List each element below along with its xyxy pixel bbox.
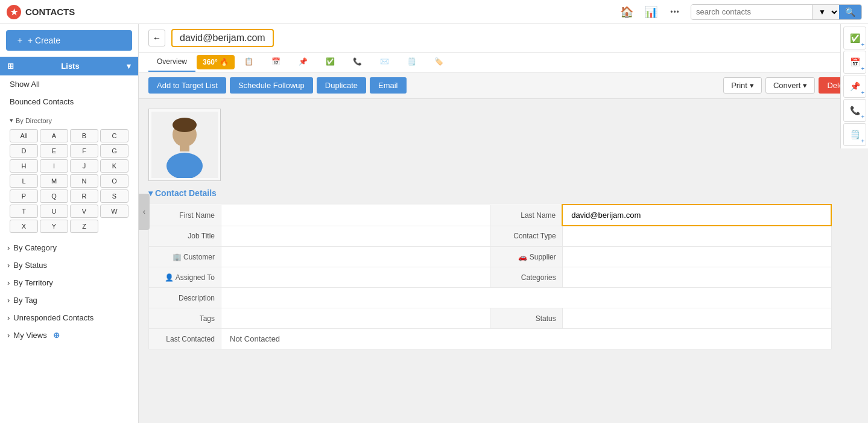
sidebar-item-by-category[interactable]: › By Category: [0, 239, 138, 256]
right-panel-phone-icon[interactable]: 📞 +: [843, 99, 866, 122]
contact-type-value[interactable]: [562, 226, 831, 247]
categories-value[interactable]: [562, 267, 831, 288]
dir-btn-i[interactable]: I: [40, 159, 68, 173]
sidebar-item-by-tag[interactable]: › By Tag: [0, 291, 138, 309]
description-input[interactable]: [227, 291, 825, 304]
job-title-input[interactable]: [227, 230, 484, 243]
schedule-followup-button[interactable]: Schedule Followup: [230, 77, 313, 94]
search-dropdown[interactable]: ▼: [812, 5, 839, 19]
dir-btn-o[interactable]: O: [100, 174, 128, 188]
customer-input[interactable]: [227, 250, 484, 263]
directory-label[interactable]: ▾ By Directory: [5, 114, 133, 127]
dir-btn-n[interactable]: N: [70, 174, 98, 188]
more-btn[interactable]: •••: [664, 1, 686, 23]
dir-btn-a[interactable]: A: [40, 129, 68, 142]
dir-btn-z[interactable]: Z: [70, 220, 98, 233]
plus-badge: +: [861, 114, 864, 120]
search-input[interactable]: [691, 5, 812, 19]
chevron-down-icon: ▾: [803, 81, 807, 90]
duplicate-button[interactable]: Duplicate: [317, 77, 366, 94]
dir-btn-m[interactable]: M: [40, 174, 68, 188]
sidebar-item-by-territory[interactable]: › By Territory: [0, 274, 138, 291]
right-panel-calendar-icon[interactable]: 📅 +: [843, 51, 866, 74]
tab-check[interactable]: ✅: [317, 52, 343, 72]
last-name-value[interactable]: [562, 205, 831, 226]
lists-section-header[interactable]: ⊞ Lists ▾: [0, 57, 138, 75]
dir-btn-q[interactable]: Q: [40, 189, 68, 203]
right-panel-task-icon[interactable]: ✅ +: [843, 27, 866, 49]
chart-btn[interactable]: 📊: [640, 1, 662, 23]
status-input[interactable]: [569, 312, 825, 325]
dir-btn-k[interactable]: K: [100, 159, 128, 173]
table-row: 👤 Assigned To Categories: [149, 267, 832, 288]
dir-btn-t[interactable]: T: [10, 205, 38, 218]
last-name-input[interactable]: [569, 209, 825, 221]
tab-pin[interactable]: 📌: [290, 52, 316, 72]
dir-btn-f[interactable]: F: [70, 144, 98, 157]
dir-btn-u[interactable]: U: [40, 205, 68, 218]
dir-btn-p[interactable]: P: [10, 189, 38, 203]
right-panel-notes-icon[interactable]: 🗒️ +: [843, 123, 866, 146]
dir-btn-x[interactable]: X: [10, 220, 38, 233]
dir-btn-y[interactable]: Y: [40, 220, 68, 233]
tab-document[interactable]: 📋: [236, 52, 262, 72]
right-panel-pin-icon[interactable]: 📌 +: [843, 75, 866, 98]
supplier-input[interactable]: [569, 250, 825, 263]
dir-btn-s[interactable]: S: [100, 189, 128, 203]
first-name-input[interactable]: [227, 209, 484, 221]
sidebar-collapse-toggle[interactable]: ‹: [139, 194, 150, 230]
contact-type-input[interactable]: [569, 230, 825, 243]
sidebar-item-bounced-contacts[interactable]: Bounced Contacts: [0, 93, 138, 110]
sidebar-item-show-all[interactable]: Show All: [0, 75, 138, 93]
dir-btn-c[interactable]: C: [100, 129, 128, 142]
job-title-value[interactable]: [221, 226, 490, 247]
description-value[interactable]: [221, 288, 832, 308]
search-button[interactable]: 🔍: [839, 5, 861, 19]
sidebar-item-my-views[interactable]: › My Views ⊕: [0, 326, 138, 344]
status-value[interactable]: [562, 308, 831, 329]
dir-btn-b[interactable]: B: [70, 129, 98, 142]
categories-input[interactable]: [569, 271, 825, 284]
tags-input[interactable]: [227, 312, 484, 325]
tags-value[interactable]: [221, 308, 490, 329]
dir-btn-all[interactable]: All: [10, 129, 38, 142]
email-icon: ✉️: [380, 57, 389, 66]
email-button[interactable]: Email: [370, 77, 407, 94]
dir-btn-l[interactable]: L: [10, 174, 38, 188]
dir-btn-v[interactable]: V: [70, 205, 98, 218]
add-view-icon[interactable]: ⊕: [53, 331, 60, 340]
assigned-to-input[interactable]: [227, 271, 484, 284]
add-to-target-button[interactable]: Add to Target List: [148, 77, 226, 94]
print-button[interactable]: Print ▾: [723, 77, 762, 94]
home-btn[interactable]: 🏠: [616, 1, 638, 23]
dir-btn-d[interactable]: D: [10, 144, 38, 157]
back-button[interactable]: ←: [148, 30, 165, 46]
sidebar-item-by-status[interactable]: › By Status: [0, 256, 138, 274]
tab-notes[interactable]: 🗒️: [399, 52, 425, 72]
search-container: ▼ 🔍: [691, 4, 862, 20]
notes-icon: 🗒️: [407, 57, 416, 66]
dir-btn-e[interactable]: E: [40, 144, 68, 157]
chevron-right-icon: ›: [7, 261, 10, 270]
convert-button[interactable]: Convert ▾: [765, 77, 816, 94]
first-name-value[interactable]: [221, 205, 490, 226]
tab-email[interactable]: ✉️: [372, 52, 398, 72]
assigned-to-value[interactable]: [221, 267, 490, 288]
tab-tag[interactable]: 🏷️: [426, 52, 452, 72]
supplier-value[interactable]: [562, 247, 831, 267]
dir-btn-g[interactable]: G: [100, 144, 128, 157]
create-button[interactable]: ＋ + Create: [6, 30, 132, 51]
section-title-contact-details[interactable]: ▾ Contact Details: [148, 188, 832, 198]
tab-calendar[interactable]: 📅: [263, 52, 289, 72]
tab-360[interactable]: 360° 🔥: [197, 55, 235, 69]
customer-value[interactable]: [221, 247, 490, 267]
dir-btn-r[interactable]: R: [70, 189, 98, 203]
contact-type-label: Contact Type: [490, 226, 562, 247]
sidebar-item-unresponded[interactable]: › Unresponded Contacts: [0, 309, 138, 326]
tab-overview[interactable]: Overview: [148, 52, 195, 72]
tab-phone[interactable]: 📞: [344, 52, 370, 72]
dir-btn-j[interactable]: J: [70, 159, 98, 173]
dir-btn-w[interactable]: W: [100, 205, 128, 218]
dir-btn-h[interactable]: H: [10, 159, 38, 173]
tabs-bar: Overview 360° 🔥 📋 📅 📌 ✅ 📞 ✉️ 🗒️ 🏷️: [139, 52, 868, 72]
